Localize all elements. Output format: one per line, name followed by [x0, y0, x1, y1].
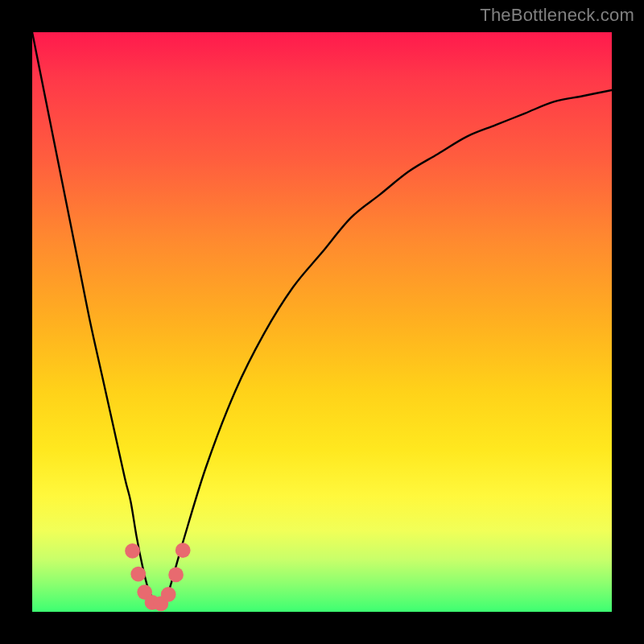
chart-frame: TheBottleneck.com: [0, 0, 644, 644]
highlighted-points: [125, 543, 190, 611]
highlight-point: [161, 587, 176, 602]
watermark-text: TheBottleneck.com: [480, 5, 634, 26]
gradient-plot-area: [32, 32, 612, 612]
highlight-point: [130, 567, 146, 582]
highlight-point: [125, 543, 140, 559]
highlight-point: [175, 543, 191, 558]
chart-svg: [32, 32, 612, 612]
bottleneck-curve: [32, 32, 612, 606]
highlight-point: [168, 568, 184, 583]
